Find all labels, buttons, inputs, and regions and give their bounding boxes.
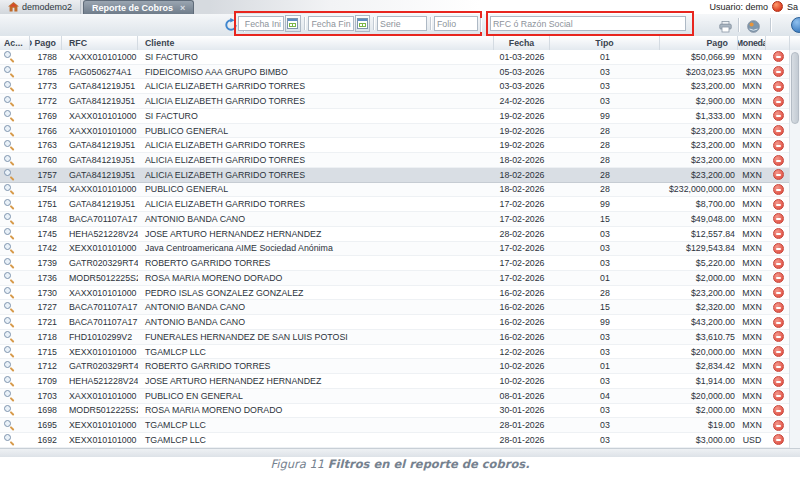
salir-label[interactable]: Sa xyxy=(787,2,798,12)
tab-reporte-cobros[interactable]: Reporte de Cobros × xyxy=(83,0,194,14)
tab-home[interactable]: demodemo2 xyxy=(0,0,81,14)
cancel-payment-icon[interactable] xyxy=(773,346,784,357)
fecha-ini-calendar-button[interactable] xyxy=(285,15,301,32)
cancel-payment-icon[interactable] xyxy=(773,272,784,283)
magnifier-icon[interactable] xyxy=(4,140,15,151)
table-row[interactable]: 1785 FAG0506274A1 FIDEICOMISO AAA GRUPO … xyxy=(0,65,800,80)
magnifier-icon[interactable] xyxy=(4,272,15,283)
cancel-payment-icon[interactable] xyxy=(773,434,784,445)
magnifier-icon[interactable] xyxy=(4,243,15,254)
cancel-payment-icon[interactable] xyxy=(773,199,784,210)
table-row[interactable]: 1760 GATA841219J51 ALICIA ELIZABETH GARR… xyxy=(0,153,800,168)
cancel-payment-icon[interactable] xyxy=(773,302,784,313)
cancel-payment-icon[interactable] xyxy=(773,420,784,431)
magnifier-icon[interactable] xyxy=(4,125,15,136)
magnifier-icon[interactable] xyxy=(4,376,15,387)
table-row[interactable]: 1709 HEHA521228V24 JOSE ARTURO HERNANDEZ… xyxy=(0,374,800,389)
cancel-payment-icon[interactable] xyxy=(773,155,784,166)
magnifier-icon[interactable] xyxy=(4,199,15,210)
table-row[interactable]: 1754 XAXX010101000 PUBLICO GENERAL 18-02… xyxy=(0,183,800,198)
column-header-tipo[interactable]: Tipo xyxy=(550,36,660,50)
fecha-fin-calendar-button[interactable] xyxy=(355,15,371,32)
print-button[interactable] xyxy=(719,19,732,37)
table-row[interactable]: 1712 GATR020329RT4 ROBERTO GARRIDO TORRE… xyxy=(0,359,800,374)
table-row[interactable]: 1772 GATA841219J51 ALICIA ELIZABETH GARR… xyxy=(0,94,800,109)
table-row[interactable]: 1721 BACA701107A17 ANTONIO BANDA CANO 16… xyxy=(0,315,800,330)
column-header-fecha[interactable]: Fecha xyxy=(494,36,550,50)
cancel-payment-icon[interactable] xyxy=(773,66,784,77)
table-row[interactable]: 1763 GATA841219J51 ALICIA ELIZABETH GARR… xyxy=(0,138,800,153)
table-row[interactable]: 1727 BACA701107A17 ANTONIO BANDA CANO 16… xyxy=(0,300,800,315)
table-row[interactable]: 1703 XAXX010101000 PUBLICO EN GENERAL 08… xyxy=(0,389,800,404)
table-row[interactable]: 1695 XEXX010101000 TGAMLCP LLC 28-01-202… xyxy=(0,418,800,433)
cancel-payment-icon[interactable] xyxy=(773,361,784,372)
magnifier-icon[interactable] xyxy=(4,184,15,195)
column-header-moneda[interactable]: Moneda xyxy=(738,36,766,50)
table-row[interactable]: 1769 XAXX010101000 SI FACTURO 19-02-2026… xyxy=(0,109,800,124)
magnifier-icon[interactable] xyxy=(4,213,15,224)
folio-input[interactable] xyxy=(434,16,478,31)
rfc-razon-social-input[interactable] xyxy=(490,16,686,31)
scrollbar-thumb[interactable] xyxy=(791,52,799,124)
table-row[interactable]: 1745 HEHA521228V24 JOSE ARTURO HERNANDEZ… xyxy=(0,227,800,242)
salir-icon[interactable] xyxy=(772,1,783,12)
magnifier-icon[interactable] xyxy=(4,405,15,416)
help-button[interactable] xyxy=(747,19,760,37)
cancel-payment-icon[interactable] xyxy=(773,81,784,92)
table-row[interactable]: 1742 XEXX010101000 Java Centroamericana … xyxy=(0,242,800,257)
magnifier-icon[interactable] xyxy=(4,302,15,313)
serie-input[interactable] xyxy=(377,16,427,31)
cancel-payment-icon[interactable] xyxy=(773,169,784,180)
table-row[interactable]: 1692 XEXX010101000 TGAMLCP LLC 28-01-202… xyxy=(0,433,800,448)
table-row[interactable]: 1757 GATA841219J51 ALICIA ELIZABETH GARR… xyxy=(0,168,800,183)
column-header-id-pago[interactable]: ID Pago xyxy=(30,36,62,50)
cancel-payment-icon[interactable] xyxy=(773,405,784,416)
cancel-payment-icon[interactable] xyxy=(773,287,784,298)
table-row[interactable]: 1773 GATA841219J51 ALICIA ELIZABETH GARR… xyxy=(0,79,800,94)
cancel-payment-icon[interactable] xyxy=(773,125,784,136)
table-row[interactable]: 1718 FHD1010299V2 FUNERALES HERNANDEZ DE… xyxy=(0,330,800,345)
column-header-pago[interactable]: Pago xyxy=(660,36,738,50)
fecha-fin-input[interactable] xyxy=(308,16,354,31)
magnifier-icon[interactable] xyxy=(4,66,15,77)
cancel-payment-icon[interactable] xyxy=(773,184,784,195)
magnifier-icon[interactable] xyxy=(4,420,15,431)
magnifier-icon[interactable] xyxy=(4,258,15,269)
magnifier-icon[interactable] xyxy=(4,346,15,357)
magnifier-icon[interactable] xyxy=(4,390,15,401)
close-icon[interactable]: × xyxy=(180,3,185,13)
magnifier-icon[interactable] xyxy=(4,361,15,372)
cancel-payment-icon[interactable] xyxy=(773,213,784,224)
cancel-payment-icon[interactable] xyxy=(773,317,784,328)
cancel-payment-icon[interactable] xyxy=(773,51,784,62)
table-row[interactable]: 1751 GATA841219J51 ALICIA ELIZABETH GARR… xyxy=(0,197,800,212)
magnifier-icon[interactable] xyxy=(4,155,15,166)
magnifier-icon[interactable] xyxy=(4,287,15,298)
cancel-payment-icon[interactable] xyxy=(773,258,784,269)
cancel-payment-icon[interactable] xyxy=(773,140,784,151)
toolbar-icon-partial[interactable] xyxy=(791,17,800,33)
cancel-payment-icon[interactable] xyxy=(773,96,784,107)
column-header-cliente[interactable]: Cliente xyxy=(138,36,494,50)
table-row[interactable]: 1788 XAXX010101000 SI FACTURO 01-03-2026… xyxy=(0,50,800,65)
table-row[interactable]: 1766 XAXX010101000 PUBLICO GENERAL 19-02… xyxy=(0,124,800,139)
magnifier-icon[interactable] xyxy=(4,169,15,180)
cancel-payment-icon[interactable] xyxy=(773,228,784,239)
table-row[interactable]: 1736 MODR5012225S2 ROSA MARIA MORENO DOR… xyxy=(0,271,800,286)
magnifier-icon[interactable] xyxy=(4,434,15,445)
magnifier-icon[interactable] xyxy=(4,317,15,328)
magnifier-icon[interactable] xyxy=(4,51,15,62)
magnifier-icon[interactable] xyxy=(4,81,15,92)
table-row[interactable]: 1739 GATR020329RT4 ROBERTO GARRIDO TORRE… xyxy=(0,256,800,271)
magnifier-icon[interactable] xyxy=(4,110,15,121)
magnifier-icon[interactable] xyxy=(4,331,15,342)
magnifier-icon[interactable] xyxy=(4,228,15,239)
magnifier-icon[interactable] xyxy=(4,96,15,107)
table-row[interactable]: 1715 XEXX010101000 TGAMLCP LLC 12-02-202… xyxy=(0,345,800,360)
table-row[interactable]: 1698 MODR5012225S2 ROSA MARIA MORENO DOR… xyxy=(0,404,800,419)
column-header-acciones[interactable]: Ac... xyxy=(0,36,30,50)
cancel-payment-icon[interactable] xyxy=(773,331,784,342)
table-row[interactable]: 1730 XAXX010101000 PEDRO ISLAS GONZALEZ … xyxy=(0,286,800,301)
table-row[interactable]: 1748 BACA701107A17 ANTONIO BANDA CANO 17… xyxy=(0,212,800,227)
column-header-rfc[interactable]: RFC xyxy=(62,36,138,50)
